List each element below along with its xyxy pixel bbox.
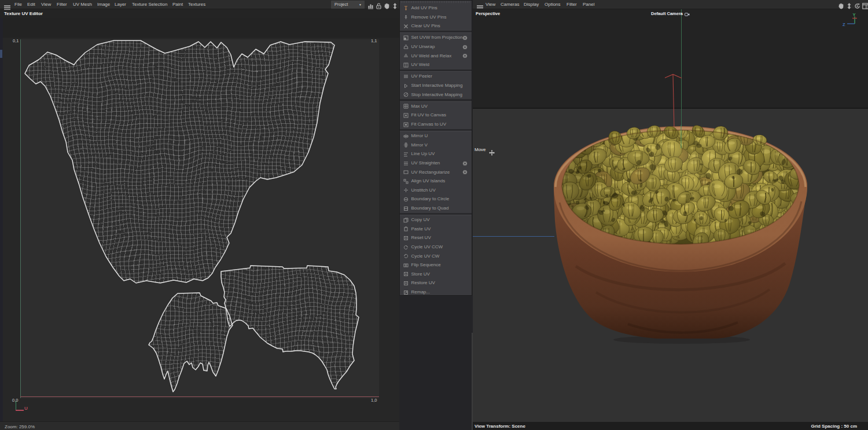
svg-text:Z: Z [843,22,845,27]
svg-text:Y: Y [853,12,856,17]
